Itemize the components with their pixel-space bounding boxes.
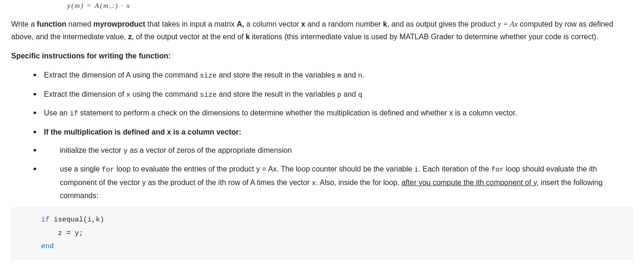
text: that takes in input a matrix [145,20,237,28]
text: initialize the vector [60,146,123,154]
text: using the command [130,90,200,98]
code-i: i [414,166,418,174]
text: iterations (this intermediate value is u… [250,33,599,41]
list-item: use a single for loop to evaluate the en… [50,163,633,202]
text: as a vector of zeros of the appropriate … [128,146,292,154]
text: loop to evaluate the entries of the prod… [114,165,414,173]
text: and store the result in the variables [217,71,337,79]
text: and [342,90,358,98]
text: named [66,20,93,28]
text: a column vector [244,20,301,28]
intro-paragraph: Write a function named myrowproduct that… [11,18,633,43]
code-x: x [126,91,130,99]
instructions-list: Extract the dimension of A using the com… [11,69,633,202]
text: . Each iteration of the [418,165,491,173]
instructions-heading: Specific instructions for writing the fu… [11,50,633,62]
text: . Also, inside the for loop, [316,178,401,186]
code-keyword-if: if [41,216,50,224]
text: and [341,71,358,79]
matrix-a: A, [237,20,244,28]
list-item: Extract the dimension of x using the com… [34,88,633,101]
vector-z: z [128,33,132,41]
function-name: myrowproduct [93,20,145,28]
vector-x: x [301,20,305,28]
text: statement to perform a check on the dime… [78,109,517,117]
text: Write a [11,20,37,28]
text-underline: after you compute the ith component of y… [401,178,538,186]
code-indent [20,243,41,250]
text: use a single [60,165,102,173]
list-item: initialize the vector y as a vector of z… [50,144,633,157]
text: . [362,71,364,79]
text: and store the result in the variables [217,90,337,98]
code-x: x [312,179,316,187]
code-body: z = y; [58,229,83,237]
text: , of the output vector at the end of [132,33,246,41]
code-keyword-end: end [41,243,54,250]
code-condition: isequal(i,k) [50,216,104,224]
code-size: size [200,72,217,80]
text: Extract the dimension of A using the com… [44,71,200,79]
text: Extract the dimension of [44,90,126,98]
code-p: p [337,91,342,99]
number-k: k [246,33,250,41]
code-y: y [123,147,128,155]
math-y-eq-ax: y = Ax [498,20,517,28]
code-if: if [70,110,78,118]
equation-fragment: y(m) = A(m,:) · x [11,0,633,12]
code-indent [20,229,58,237]
list-item: If the multiplication is defined and x i… [34,126,633,138]
code-indent [20,216,41,224]
list-item: Extract the dimension of A using the com… [34,69,633,82]
code-n: n [358,72,362,80]
code-block: if isequal(i,k) z = y; end [11,207,633,260]
text: , and as output gives the product [387,20,498,28]
code-size: size [200,91,217,99]
code-q: q [358,91,362,99]
text: Use an [44,109,70,117]
text-bold: If the multiplication is defined and x i… [44,128,241,136]
text: and a random number [305,20,383,28]
text-bold: function [37,20,66,28]
code-for: for [102,166,114,174]
code-for: for [491,166,504,174]
list-item: Use an if statement to perform a check o… [34,107,633,120]
